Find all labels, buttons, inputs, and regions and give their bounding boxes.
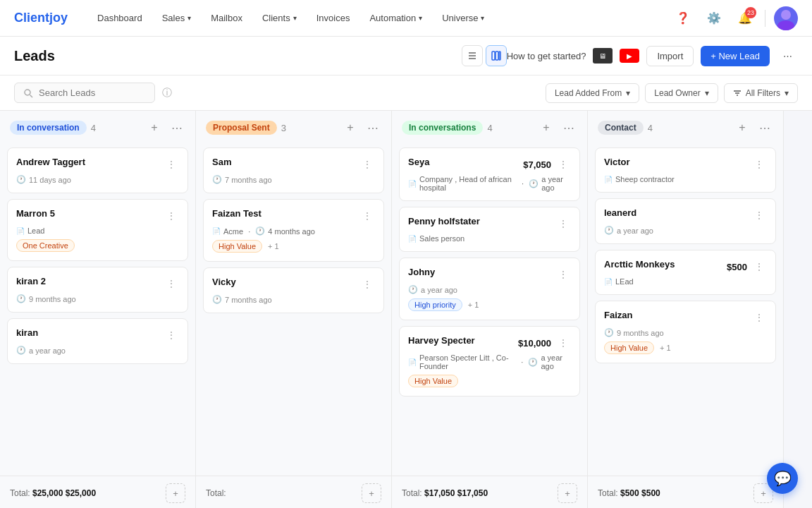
card-more-button[interactable]: ⋮ — [164, 157, 179, 172]
nav-sales[interactable]: Sales ▾ — [154, 8, 200, 28]
nav-right-actions: ❓ ⚙️ 🔔 23 — [672, 6, 798, 30]
table-row[interactable]: Vicky⋮ 🕐 7 months ago — [203, 267, 384, 313]
card-meta: 🕐 9 months ago — [16, 294, 179, 303]
new-lead-button[interactable]: + New Lead — [701, 46, 770, 66]
card-more-button[interactable]: ⋮ — [555, 335, 571, 351]
nav-sales-label: Sales — [162, 13, 185, 23]
column-total: Total: $25,000 $25,000 — [10, 488, 96, 498]
nav-invoices[interactable]: Invoices — [308, 8, 359, 28]
card-more-button[interactable]: ⋮ — [164, 327, 179, 343]
column-footer-in-conversations-2: Total: $17,050 $17,050 + — [392, 476, 587, 508]
card-more-button[interactable]: ⋮ — [751, 207, 767, 223]
table-row[interactable]: Faizan Test⋮ 📄 Acme · 🕐4 months agoHigh … — [203, 199, 384, 262]
filter-chevron: ▾ — [626, 88, 630, 98]
card-more-button[interactable]: ⋮ — [359, 277, 375, 292]
card-more-button[interactable]: ⋮ — [359, 208, 375, 224]
card-more-button[interactable]: ⋮ — [555, 157, 571, 172]
nav-divider — [765, 10, 765, 27]
notifications-button[interactable]: 🔔 23 — [734, 7, 756, 30]
table-row[interactable]: Penny holfstater⋮ 📄 Sales person — [399, 207, 580, 252]
column-label-contact: Contact 4 — [598, 121, 728, 135]
table-row[interactable]: Sam⋮ 🕐 7 months ago — [203, 147, 384, 193]
card-tags: High Value — [408, 370, 571, 387]
table-row[interactable]: kiran 2⋮ 🕐 9 months ago — [7, 267, 188, 313]
page-more-button[interactable]: ⋯ — [777, 45, 798, 66]
table-row[interactable]: Victor⋮ 📄 Sheep contractor — [595, 147, 776, 193]
card-more-button[interactable]: ⋮ — [555, 267, 571, 282]
nav-universe[interactable]: Universe ▾ — [433, 8, 493, 28]
card-name: kiran 2 — [16, 276, 46, 286]
table-row[interactable]: kiran⋮ 🕐 a year ago — [7, 318, 188, 364]
table-row[interactable]: Arcttic Monkeys$500⋮ 📄 LEad — [595, 250, 776, 295]
table-row[interactable]: Andrew Taggert⋮ 🕐 11 days ago — [7, 147, 188, 193]
table-row[interactable]: Marron 5⋮ 📄 LeadOne Creative — [7, 199, 188, 261]
nav-automation-label: Automation — [369, 13, 416, 23]
list-item: One Creative — [16, 239, 75, 252]
card-header: leanerd⋮ — [604, 207, 767, 223]
footer-add-button[interactable]: + — [166, 483, 185, 503]
all-filters-button[interactable]: All Filters ▾ — [724, 83, 798, 103]
svg-point-8 — [25, 90, 30, 95]
nav-menu: Dashboard Sales ▾ Mailbox Clients ▾ Invo… — [89, 8, 672, 28]
monitor-icon[interactable]: 🖥 — [593, 48, 613, 64]
card-more-button[interactable]: ⋮ — [164, 276, 179, 291]
footer-add-button[interactable]: + — [362, 483, 381, 503]
column-label-in-conversation: In conversation 4 — [10, 121, 140, 135]
column-more-button-proposal-sent[interactable]: ⋯ — [364, 119, 381, 136]
nav-automation[interactable]: Automation ▾ — [361, 8, 431, 28]
user-avatar[interactable] — [774, 6, 798, 30]
chat-bubble-button[interactable]: 💬 — [767, 463, 798, 494]
column-add-button-in-conversation[interactable]: + — [146, 119, 163, 136]
time-icon: 🕐 — [16, 175, 26, 184]
view-toggles — [462, 45, 507, 66]
table-row[interactable]: leanerd⋮ 🕐 a year ago — [595, 198, 776, 244]
time-icon: 🕐 — [255, 226, 265, 236]
youtube-icon[interactable] — [620, 49, 639, 63]
card-more-button[interactable]: ⋮ — [751, 259, 767, 274]
column-more-button-in-conversations-2[interactable]: ⋯ — [560, 119, 577, 136]
column-more-button-in-conversation[interactable]: ⋯ — [168, 119, 185, 136]
status-pill-in-conversations-2: In conversations — [402, 121, 483, 135]
search-input[interactable] — [39, 87, 144, 98]
footer-add-button[interactable]: + — [558, 483, 577, 503]
import-button[interactable]: Import — [646, 46, 694, 66]
table-row[interactable]: Harvey Specter$10,000⋮ 📄 Pearson Specter… — [399, 326, 580, 397]
nav-automation-chevron: ▾ — [419, 14, 422, 22]
card-header: Johny⋮ — [408, 267, 571, 282]
card-more-button[interactable]: ⋮ — [164, 208, 179, 224]
card-time: 9 months ago — [617, 329, 664, 337]
column-add-button-contact[interactable]: + — [734, 119, 751, 136]
total-amount: $500 $500 — [620, 488, 660, 498]
list-view-toggle[interactable] — [462, 45, 483, 66]
app-logo[interactable]: Clientjoy — [14, 11, 68, 25]
card-more-button[interactable]: ⋮ — [751, 157, 767, 172]
svg-rect-5 — [492, 52, 495, 60]
card-more-button[interactable]: ⋮ — [555, 216, 571, 231]
svg-point-1 — [777, 20, 794, 30]
kanban-view-toggle[interactable] — [486, 45, 507, 66]
nav-sales-chevron: ▾ — [187, 14, 191, 22]
notification-badge: 23 — [745, 7, 756, 18]
card-tags: One Creative — [16, 235, 179, 252]
settings-button[interactable]: ⚙️ — [703, 7, 725, 30]
lead-owner-filter[interactable]: Lead Owner ▾ — [645, 83, 718, 103]
help-button[interactable]: ❓ — [672, 7, 694, 30]
table-row[interactable]: Faizan⋮ 🕐 9 months ago High Value+ 1 — [595, 301, 776, 363]
nav-mailbox[interactable]: Mailbox — [202, 8, 251, 28]
column-add-button-proposal-sent[interactable]: + — [342, 119, 359, 136]
time-icon: 🕐 — [212, 175, 222, 184]
column-label-in-conversations-2: In conversations 4 — [402, 121, 532, 135]
column-add-button-in-conversations-2[interactable]: + — [538, 119, 555, 136]
table-row[interactable]: Seya$7,050⋮ 📄 Company , Head of african … — [399, 147, 580, 201]
card-header: kiran 2⋮ — [16, 276, 179, 291]
table-row[interactable]: Johny⋮ 🕐 a year ago High priority+ 1 — [399, 258, 580, 320]
nav-clients[interactable]: Clients ▾ — [254, 8, 305, 28]
column-more-button-contact[interactable]: ⋯ — [756, 119, 773, 136]
lead-added-from-filter[interactable]: Lead Added From ▾ — [546, 83, 639, 103]
card-more-button[interactable]: ⋮ — [359, 157, 375, 172]
filters-bar: ⓘ Lead Added From ▾ Lead Owner ▾ All Fil… — [0, 75, 812, 111]
card-more-button[interactable]: ⋮ — [751, 310, 767, 325]
company-icon: 📄 — [408, 235, 417, 243]
search-info-icon[interactable]: ⓘ — [162, 87, 172, 99]
nav-dashboard[interactable]: Dashboard — [89, 8, 151, 28]
